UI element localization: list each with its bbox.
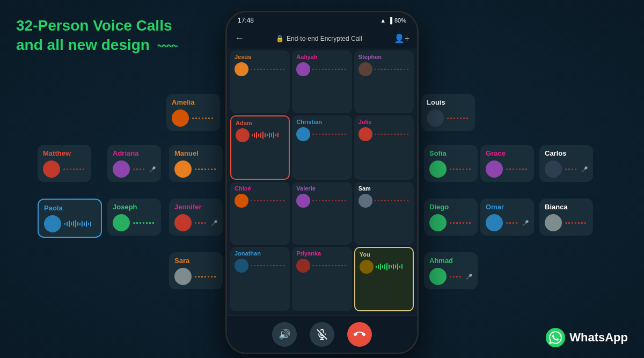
outside-row-sofia xyxy=(429,160,472,178)
outside-card-ahmad: Ahmad🎤 xyxy=(424,252,478,289)
status-bar: 17:48 ▲ ▐ 80% xyxy=(227,12,417,28)
phone-name-aaliyah: Aaliyah xyxy=(296,54,347,60)
phone-wave-stephen xyxy=(375,69,409,70)
lock-icon: 🔒 xyxy=(276,35,284,42)
whatsapp-text: WhatsApp xyxy=(569,331,628,345)
outside-card-paola: Paola xyxy=(38,199,102,238)
whatsapp-icon xyxy=(546,328,565,347)
outside-name-amelia: Amelia xyxy=(172,98,195,106)
end-call-button[interactable] xyxy=(347,322,372,347)
headline-line1: 32-Person Voice Calls xyxy=(16,16,177,35)
wifi-icon: ▲ xyxy=(380,17,386,24)
phone-name-priyanka: Priyanka xyxy=(296,250,347,257)
outside-name-grace: Grace xyxy=(486,149,506,157)
outside-row-amelia xyxy=(172,109,215,127)
phone-card-adam: Adam xyxy=(230,115,290,180)
outside-row-joseph xyxy=(113,214,156,231)
mute-button[interactable] xyxy=(310,322,334,347)
outside-card-carlos: Carlos🎤 xyxy=(539,145,593,182)
phone-wave-jonathan xyxy=(251,265,286,266)
outside-name-matthew: Matthew xyxy=(43,149,71,157)
outside-name-manuel: Manuel xyxy=(174,149,199,157)
phone-avatar-jonathan xyxy=(235,259,248,273)
phone-row-priyanka xyxy=(296,259,347,273)
outside-row-manuel xyxy=(174,160,217,178)
phone-name-christian: Christian xyxy=(296,119,347,125)
outside-card-sofia: Sofia xyxy=(424,145,478,182)
call-controls: 🔊 xyxy=(227,315,417,353)
headline: 32-Person Voice Calls and all new design… xyxy=(16,16,177,55)
battery-text: 80% xyxy=(394,17,406,24)
outside-name-sofia: Sofia xyxy=(429,149,447,157)
phone-wave-jesus xyxy=(251,69,286,70)
outside-name-diego: Diego xyxy=(429,203,449,211)
outside-name-carlos: Carlos xyxy=(545,149,566,157)
phone-avatar-chloe xyxy=(235,194,248,208)
add-person-button[interactable]: 👤+ xyxy=(394,33,409,43)
outside-row-omar: 🎤 xyxy=(486,214,529,231)
headline-line2: and all new design ⏦⏦⏦⏦ xyxy=(16,35,177,55)
outside-card-omar: Omar🎤 xyxy=(480,199,534,236)
phone-avatar-sam xyxy=(358,194,372,208)
waveform-decoration: ⏦⏦⏦⏦ xyxy=(157,40,177,51)
phone-avatar-christian xyxy=(296,127,310,141)
outside-name-bianca: Bianca xyxy=(545,203,568,211)
outside-card-manuel: Manuel xyxy=(169,145,223,182)
phone-row-sam xyxy=(358,194,409,208)
outside-name-omar: Omar xyxy=(486,203,504,211)
phone-name-sam: Sam xyxy=(358,185,409,192)
outside-card-sara: Sara xyxy=(169,252,223,289)
outside-card-diego: Diego xyxy=(424,199,478,236)
outside-row-paola xyxy=(44,215,96,232)
speaker-button[interactable]: 🔊 xyxy=(272,322,297,347)
phone-avatar-valerie xyxy=(296,194,310,208)
phone-avatar-aaliyah xyxy=(296,62,310,76)
phone-name-jesus: Jesús xyxy=(235,54,286,60)
outside-row-matthew xyxy=(43,160,86,178)
phone-row-julie xyxy=(358,127,409,141)
mute-icon-jennifer: 🎤 xyxy=(211,220,217,226)
phone-card-julie: Julie xyxy=(354,115,414,180)
outside-row-diego xyxy=(429,214,472,231)
outside-row-sara xyxy=(174,268,217,285)
outside-name-jennifer: Jennifer xyxy=(174,203,202,211)
call-title: 🔒 End-to-end Encrypted Call xyxy=(276,35,362,42)
phone-wave-chloe xyxy=(251,200,286,201)
phone-name-chloe: Chloé xyxy=(235,185,286,192)
phone-row-valerie xyxy=(296,194,347,208)
whatsapp-logo: WhatsApp xyxy=(546,328,628,347)
phone-wave-priyanka xyxy=(312,265,347,266)
time: 17:48 xyxy=(238,17,254,24)
back-button[interactable]: ← xyxy=(235,33,244,44)
phone-card-you: You xyxy=(354,247,414,312)
phone-row-christian xyxy=(296,127,347,141)
phone-mockup: 17:48 ▲ ▐ 80% ← 🔒 End-to-end Encrypted C… xyxy=(225,11,419,354)
mute-icon-omar: 🎤 xyxy=(522,220,529,226)
outside-card-joseph: Joseph xyxy=(107,199,161,236)
phone-row-chloe xyxy=(235,194,286,208)
phone-card-christian: Christian xyxy=(292,115,352,180)
phone-name-valerie: Valerie xyxy=(296,185,347,192)
phone-row-aaliyah xyxy=(296,62,347,76)
outside-card-amelia: Amelia xyxy=(166,94,220,131)
outside-name-adriana: Adriana xyxy=(113,149,138,157)
phone-name-you: You xyxy=(360,251,408,258)
signal-icon: ▐ xyxy=(388,17,392,24)
outside-card-bianca: Bianca xyxy=(539,199,593,236)
phone-row-you xyxy=(360,260,408,274)
phone-card-sam: Sam xyxy=(354,182,414,245)
phone-row-jonathan xyxy=(235,259,286,273)
phone-avatar-you xyxy=(360,260,374,274)
call-header: ← 🔒 End-to-end Encrypted Call 👤+ xyxy=(227,28,417,48)
outside-name-ahmad: Ahmad xyxy=(429,257,453,265)
mute-icon-carlos: 🎤 xyxy=(581,166,588,172)
phone-card-jonathan: Jonathan xyxy=(230,247,290,312)
phone-card-valerie: Valerie xyxy=(292,182,352,245)
phone-card-jesus: Jesús xyxy=(230,50,290,113)
phone-name-adam: Adam xyxy=(236,120,284,126)
outside-card-matthew: Matthew xyxy=(38,145,91,182)
outside-card-louis: Louis xyxy=(421,94,475,131)
phone-wave-sam xyxy=(375,200,409,201)
phone-screen: 17:48 ▲ ▐ 80% ← 🔒 End-to-end Encrypted C… xyxy=(227,12,417,353)
phone-avatar-julie xyxy=(358,127,372,141)
